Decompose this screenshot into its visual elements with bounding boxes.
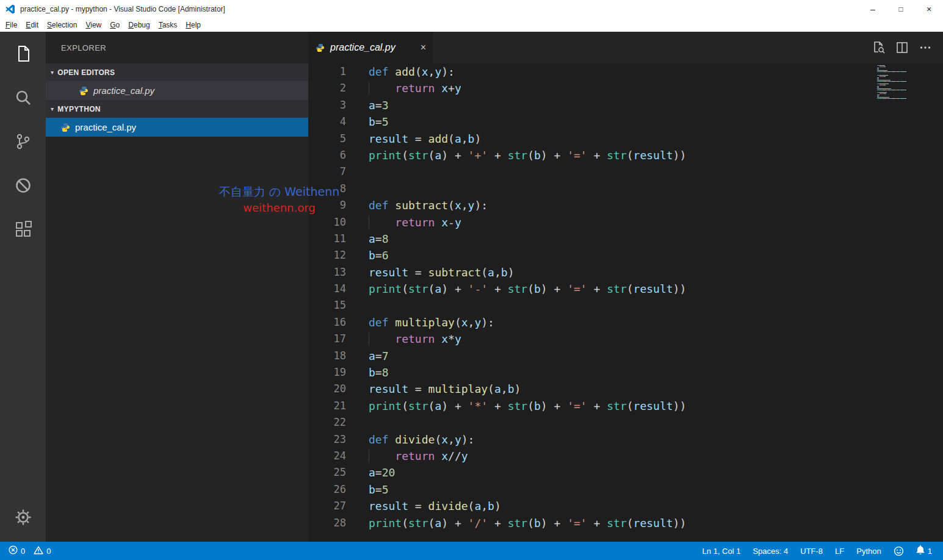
chevron-down-icon: ▾ [51,69,54,76]
code-line-26[interactable]: 26b=5 [308,481,943,498]
line-number: 3 [308,97,346,113]
file-name: practice_cal.py [75,122,136,132]
indentation-setting[interactable]: Spaces: 4 [749,542,792,560]
line-number: 22 [308,414,346,431]
code-line-24[interactable]: 24 return x//y [308,448,943,464]
encoding-setting[interactable]: UTF-8 [797,542,826,560]
find-icon[interactable] [872,41,886,54]
warning-icon [34,546,43,556]
line-number: 19 [308,364,346,381]
code-line-23[interactable]: 23def divide(x,y): [308,431,943,448]
cursor-position[interactable]: Ln 1, Col 1 [699,542,745,560]
notifications-bell[interactable]: 1 [912,542,936,560]
code-line-27[interactable]: 27result = divide(a,b) [308,498,943,514]
debug-icon[interactable] [0,163,46,207]
menu-item-selection[interactable]: Selection [43,21,81,29]
close-tab-icon[interactable]: × [421,42,426,53]
settings-gear-icon[interactable] [0,495,46,539]
minimap[interactable] [877,65,912,99]
workbench: EXPLORER ▾ OPEN EDITORS practice_cal.py … [0,32,943,542]
extensions-icon[interactable] [0,207,46,251]
line-number: 16 [308,314,346,331]
window-title: practice_cal.py - mypython - Visual Stud… [20,5,225,13]
code-line-20[interactable]: 20result = multiplay(a,b) [308,381,943,397]
line-number: 21 [308,398,346,414]
editor-actions [872,32,943,63]
code-line-11[interactable]: 11a=8 [308,231,943,247]
menu-item-edit[interactable]: Edit [21,21,43,29]
explorer-icon[interactable] [0,32,46,76]
line-number: 7 [308,163,346,180]
activity-bar [0,32,46,542]
menu-item-help[interactable]: Help [181,21,205,29]
code-line-2[interactable]: 2 return x+y [308,80,943,96]
line-number: 20 [308,381,346,397]
menu-bar: FileEditSelectionViewGoDebugTasksHelp [0,18,943,32]
tab-label: practice_cal.py [330,42,415,53]
code-line-9[interactable]: 9def subtract(x,y): [308,197,943,214]
eol-setting[interactable]: LF [831,542,848,560]
code-line-13[interactable]: 13result = subtract(a,b) [308,264,943,281]
line-number: 24 [308,448,346,464]
line-number: 12 [308,247,346,264]
line-number: 10 [308,214,346,231]
maximize-button[interactable]: □ [887,0,915,18]
code-line-25[interactable]: 25a=20 [308,464,943,481]
minimize-button[interactable]: – [859,0,887,18]
code-lines: 1def add(x,y):2 return x+y3a=34b=55resul… [308,63,943,531]
folder-header[interactable]: ▾ MYPYTHON [46,100,308,118]
menu-item-debug[interactable]: Debug [124,21,154,29]
errors-indicator[interactable]: 0 [5,542,29,560]
language-mode[interactable]: Python [853,542,884,560]
code-line-22[interactable]: 22 [308,414,943,431]
vscode-logo-icon [5,4,15,14]
folder-label: MYPYTHON [57,105,100,113]
code-line-12[interactable]: 12b=6 [308,247,943,264]
code-line-8[interactable]: 8 [308,181,943,197]
open-editor-item[interactable]: practice_cal.py [46,81,308,100]
line-number: 11 [308,231,346,247]
code-line-28[interactable]: 28print(str(a) + '/' + str(b) + '=' + st… [308,515,943,531]
search-icon[interactable] [0,76,46,120]
more-actions-icon[interactable] [919,41,932,54]
code-line-1[interactable]: 1def add(x,y): [308,63,943,80]
warnings-indicator[interactable]: 0 [30,542,54,560]
file-item-selected[interactable]: practice_cal.py [46,118,308,137]
warning-count: 0 [46,547,51,556]
code-line-21[interactable]: 21print(str(a) + '*' + str(b) + '=' + st… [308,398,943,414]
code-line-3[interactable]: 3a=3 [308,97,943,113]
open-editors-header[interactable]: ▾ OPEN EDITORS [46,63,308,81]
notification-count: 1 [928,547,932,556]
line-number: 28 [308,515,346,531]
code-line-7[interactable]: 7 [308,163,943,180]
menu-item-view[interactable]: View [81,21,106,29]
bell-icon [916,545,925,557]
chevron-down-icon: ▾ [51,106,54,112]
code-line-14[interactable]: 14print(str(a) + '-' + str(b) + '=' + st… [308,281,943,297]
code-line-6[interactable]: 6print(str(a) + '+' + str(b) + '=' + str… [308,147,943,163]
feedback-smiley-icon[interactable] [890,542,908,560]
close-button[interactable]: × [915,0,943,18]
menu-item-go[interactable]: Go [106,21,124,29]
code-line-19[interactable]: 19b=8 [308,364,943,381]
editor-area: practice_cal.py × 1def add(x,y):2 [308,32,943,542]
code-line-17[interactable]: 17 return x*y [308,331,943,347]
explorer-sidebar: EXPLORER ▾ OPEN EDITORS practice_cal.py … [46,32,308,542]
code-line-5[interactable]: 5result = add(a,b) [308,131,943,147]
error-icon [9,545,18,556]
code-line-4[interactable]: 4b=5 [308,113,943,130]
menu-item-file[interactable]: File [1,21,21,29]
code-line-16[interactable]: 16def multiplay(x,y): [308,314,943,331]
source-control-icon[interactable] [0,120,46,163]
window-controls: – □ × [859,0,943,18]
line-number: 5 [308,131,346,147]
split-editor-icon[interactable] [895,41,909,54]
code-line-18[interactable]: 18a=7 [308,348,943,364]
code-line-10[interactable]: 10 return x-y [308,214,943,231]
python-file-icon [316,43,325,52]
tab-practice-cal[interactable]: practice_cal.py × [308,32,433,63]
activity-bar-bottom [0,495,46,539]
menu-item-tasks[interactable]: Tasks [154,21,182,29]
vscode-window: practice_cal.py - mypython - Visual Stud… [0,0,943,560]
code-line-15[interactable]: 15 [308,297,943,314]
